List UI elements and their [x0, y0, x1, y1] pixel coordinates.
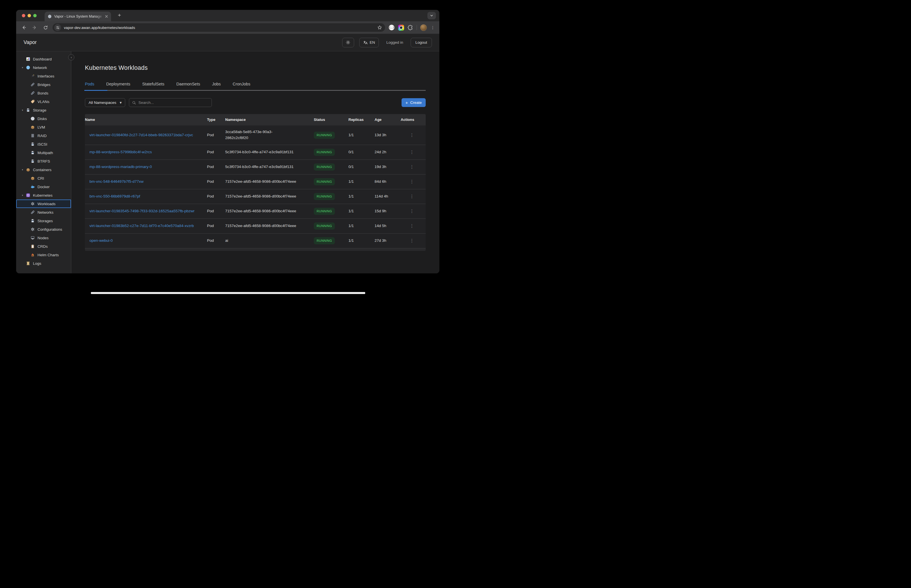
theme-toggle-button[interactable]: [342, 38, 354, 47]
tab-close-icon[interactable]: [104, 14, 109, 19]
table-row: bm-vnc-548-646497b7f5-d77xwPod7157e2ee-a…: [85, 174, 426, 189]
table-row: mp-88-wordpress-57996b8c4f-w2rcsPod5c3f0…: [85, 145, 426, 160]
caret-down-icon[interactable]: ▾: [22, 194, 26, 197]
sidebar-item-iscsi[interactable]: iSCSI: [16, 140, 71, 149]
column-header-status: Status: [314, 114, 348, 126]
pod-name-link[interactable]: mp-88-wordpress-mariadb-primary-0: [89, 165, 152, 169]
caret-down-icon[interactable]: ▾: [22, 168, 26, 171]
profile-avatar[interactable]: [420, 24, 427, 31]
sidebar-item-cri[interactable]: CRI: [16, 174, 71, 183]
row-actions-menu-icon[interactable]: ⋮: [408, 208, 416, 214]
new-tab-button[interactable]: [116, 11, 123, 19]
cell-type: Pod: [207, 129, 225, 142]
sidebar-item-vlans[interactable]: VLANs: [16, 97, 71, 106]
maximize-window-button[interactable]: [33, 14, 37, 17]
url-text: vapor-dev.awan.app/kubernetes/workloads: [64, 26, 377, 30]
table-row: virt-launcher-019840fd-2c27-7d14-bbeb-98…: [85, 126, 426, 145]
sidebar-item-helm-charts[interactable]: Helm Charts: [16, 250, 71, 259]
sidebar-item-lvm[interactable]: LVM: [16, 123, 71, 131]
logout-button[interactable]: Logout: [411, 38, 432, 47]
cell-namespace: 7157e2ee-afd5-4658-9086-d00bc4f74eee: [225, 190, 314, 203]
sidebar-item-raid[interactable]: RAID: [16, 131, 71, 140]
sidebar-item-kubernetes[interactable]: ▾Kubernetes: [16, 191, 71, 199]
address-bar[interactable]: vapor-dev.awan.app/kubernetes/workloads: [53, 23, 385, 32]
reload-button[interactable]: [42, 24, 49, 31]
sidebar-item-label: VLANs: [37, 100, 49, 104]
cell-replicas: 1/1: [348, 129, 375, 142]
cell-type: Pod: [207, 205, 225, 218]
row-actions-menu-icon[interactable]: ⋮: [408, 237, 416, 244]
sidebar-item-disks[interactable]: Disks: [16, 115, 71, 123]
row-actions-menu-icon[interactable]: ⋮: [408, 223, 416, 229]
braces-extension-icon[interactable]: [388, 24, 395, 31]
namespace-select[interactable]: All Namespaces ▼: [85, 98, 125, 107]
sailboat-icon: [31, 252, 35, 257]
extensions-puzzle-icon[interactable]: [408, 25, 413, 31]
language-button[interactable]: EN: [359, 38, 379, 47]
sidebar-item-workloads[interactable]: Workloads: [16, 199, 71, 208]
lens-extension-icon[interactable]: [398, 25, 404, 31]
pod-name-link[interactable]: virt-launcher-019840fd-2c27-7d14-bbeb-98…: [89, 133, 193, 137]
row-actions-menu-icon[interactable]: ⋮: [408, 193, 416, 199]
sidebar-collapse-button[interactable]: ‹: [68, 54, 74, 60]
tab-search-button[interactable]: [427, 12, 436, 19]
site-settings-icon[interactable]: [54, 24, 61, 31]
pod-name-link[interactable]: virt-launcher-01983545-7498-7f33-932d-16…: [89, 209, 194, 213]
sidebar-item-storage[interactable]: ▾Storage: [16, 106, 71, 115]
bookmark-star-icon[interactable]: [377, 25, 382, 30]
caret-down-icon[interactable]: ▾: [22, 66, 26, 69]
row-actions-menu-icon[interactable]: ⋮: [408, 179, 416, 185]
sidebar-item-label: Interfaces: [37, 74, 54, 78]
row-actions-menu-icon[interactable]: ⋮: [408, 132, 416, 138]
cd-icon: [31, 116, 35, 121]
sidebar-item-networks[interactable]: Networks: [16, 208, 71, 216]
close-window-button[interactable]: [22, 14, 25, 17]
sidebar-item-label: LVM: [37, 125, 45, 129]
row-actions-menu-icon[interactable]: ⋮: [408, 164, 416, 170]
toolbar-extensions: ⋮: [388, 24, 435, 31]
sidebar-item-interfaces[interactable]: Interfaces: [16, 72, 71, 80]
pod-name-link[interactable]: virt-launcher-01983b52-c27e-7d11-bf70-e7…: [89, 224, 194, 228]
pod-name-link[interactable]: bm-vnc-548-646497b7f5-d77xw: [89, 179, 144, 184]
back-button[interactable]: [20, 24, 28, 31]
cell-type: Pod: [207, 175, 225, 189]
sidebar-item-crds[interactable]: CRDs: [16, 242, 71, 250]
tab-cronjobs[interactable]: CronJobs: [233, 82, 250, 90]
sidebar-item-label: Bonds: [37, 91, 48, 95]
browser-tab[interactable]: Vapor - Linux System Manage: [45, 11, 111, 21]
pod-name-link[interactable]: bm-vnc-550-66b6979d8-r67pf: [89, 194, 140, 199]
tab-deployments[interactable]: Deployments: [106, 82, 130, 90]
minimize-window-button[interactable]: [28, 14, 31, 17]
sidebar-item-btrfs[interactable]: BTRFS: [16, 157, 71, 165]
tab-jobs[interactable]: Jobs: [212, 82, 221, 90]
sidebar-item-network[interactable]: ▾Network: [16, 63, 71, 72]
sidebar-item-logs[interactable]: Logs: [16, 259, 71, 268]
sidebar-item-multipath[interactable]: Multipath: [16, 149, 71, 157]
tab-pods[interactable]: Pods: [85, 82, 94, 90]
sidebar-item-storages[interactable]: Storages: [16, 216, 71, 225]
pod-name-link[interactable]: open-webui-0: [89, 238, 113, 242]
cell-actions: ⋮: [401, 160, 426, 174]
browser-menu-icon[interactable]: ⋮: [430, 26, 435, 29]
tab-title: Vapor - Linux System Manage: [54, 15, 104, 18]
pod-name-link[interactable]: mp-88-wordpress-57996b8c4f-w2rcs: [89, 150, 152, 154]
forward-button[interactable]: [31, 24, 38, 31]
sidebar-item-label: CRDs: [37, 244, 48, 249]
status-badge: RUNNING: [314, 163, 335, 171]
tab-daemonsets[interactable]: DaemonSets: [176, 82, 200, 90]
sidebar-item-containers[interactable]: ▾Containers: [16, 165, 71, 174]
caret-down-icon[interactable]: ▾: [22, 109, 26, 111]
create-button[interactable]: + Create: [401, 98, 426, 107]
sidebar-item-configurations[interactable]: Configurations: [16, 225, 71, 234]
sidebar-item-bridges[interactable]: Bridges: [16, 80, 71, 89]
sidebar-item-label: Configurations: [37, 227, 62, 231]
sidebar-item-dashboard[interactable]: Dashboard: [16, 55, 71, 63]
search-input[interactable]: [138, 100, 209, 105]
browser-window: Vapor - Linux System Manage vapor-dev.aw…: [16, 10, 439, 273]
sidebar-item-nodes[interactable]: Nodes: [16, 234, 71, 242]
search-box: [129, 98, 212, 107]
tab-statefulsets[interactable]: StatefulSets: [142, 82, 164, 90]
sidebar-item-bonds[interactable]: Bonds: [16, 89, 71, 97]
row-actions-menu-icon[interactable]: ⋮: [408, 149, 416, 155]
sidebar-item-docker[interactable]: Docker: [16, 183, 71, 191]
